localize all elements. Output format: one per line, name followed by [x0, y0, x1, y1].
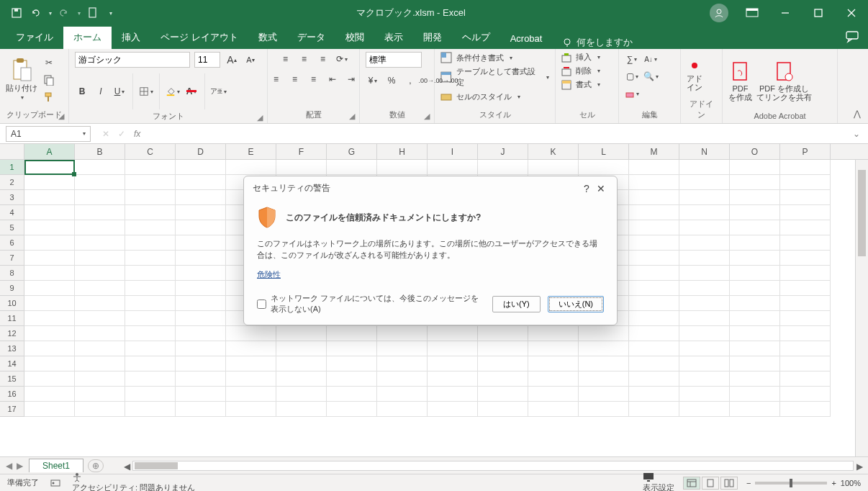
- cell[interactable]: [276, 371, 327, 387]
- cell[interactable]: [679, 235, 730, 251]
- pdf-share-button[interactable]: PDF を作成し てリンクを共有: [756, 61, 812, 102]
- dialog-yes-button[interactable]: はい(Y): [492, 296, 541, 312]
- cell[interactable]: [730, 296, 780, 311]
- cell[interactable]: [176, 205, 226, 220]
- cell[interactable]: [780, 175, 831, 190]
- delete-cells-button[interactable]: 削除▾: [561, 66, 600, 76]
- fill-color-icon[interactable]: ▾: [166, 84, 180, 99]
- expand-formula-bar-icon[interactable]: ⌄: [849, 129, 864, 139]
- pdf-create-button[interactable]: PDF を作成: [728, 61, 752, 102]
- cell[interactable]: [276, 341, 327, 356]
- row-header[interactable]: 6: [0, 235, 24, 251]
- cell[interactable]: [176, 296, 226, 311]
- undo-dropdown-icon[interactable]: ▾: [49, 10, 52, 17]
- vertical-scrollbar[interactable]: [855, 160, 868, 456]
- cell[interactable]: [730, 235, 780, 251]
- cell[interactable]: [125, 235, 176, 251]
- cell[interactable]: [24, 266, 75, 281]
- cell[interactable]: [780, 190, 831, 205]
- cell[interactable]: [327, 402, 377, 417]
- cell[interactable]: [327, 326, 377, 341]
- view-page-break-icon[interactable]: [720, 477, 738, 490]
- cell[interactable]: [780, 387, 831, 402]
- cell[interactable]: [528, 371, 579, 387]
- cell[interactable]: [176, 235, 226, 251]
- view-page-layout-icon[interactable]: [702, 477, 719, 490]
- zoom-out-icon[interactable]: −: [746, 479, 751, 487]
- cell[interactable]: [730, 387, 780, 402]
- tab-data[interactable]: データ: [287, 27, 335, 49]
- minimize-icon[interactable]: [769, 0, 802, 26]
- cell[interactable]: [24, 190, 75, 205]
- cell[interactable]: [75, 326, 125, 341]
- align-top-icon[interactable]: ≡: [279, 52, 293, 66]
- cell[interactable]: [176, 190, 226, 205]
- column-header[interactable]: G: [327, 144, 377, 159]
- close-icon[interactable]: [835, 0, 868, 26]
- cell[interactable]: [478, 326, 528, 341]
- row-header[interactable]: 14: [0, 356, 24, 371]
- orientation-icon[interactable]: ⟳▾: [335, 52, 349, 66]
- font-name-input[interactable]: [75, 52, 190, 68]
- cell[interactable]: [125, 296, 176, 311]
- cell[interactable]: [276, 326, 327, 341]
- cell[interactable]: [176, 266, 226, 281]
- cell[interactable]: [125, 371, 176, 387]
- cell[interactable]: [327, 356, 377, 371]
- align-launcher-icon[interactable]: ◢: [348, 112, 356, 120]
- column-header[interactable]: A: [24, 144, 75, 159]
- cell[interactable]: [629, 190, 679, 205]
- cell[interactable]: [579, 160, 629, 175]
- cell[interactable]: [377, 402, 428, 417]
- indent-decrease-icon[interactable]: ⇤: [325, 72, 340, 86]
- cell[interactable]: [528, 356, 579, 371]
- cell[interactable]: [528, 402, 579, 417]
- ribbon-display-icon[interactable]: [736, 0, 769, 26]
- dialog-no-button[interactable]: いいえ(N): [548, 296, 604, 312]
- tab-view[interactable]: 表示: [374, 27, 413, 49]
- dialog-help-icon[interactable]: ?: [579, 183, 594, 194]
- cell[interactable]: [75, 175, 125, 190]
- cell[interactable]: [579, 402, 629, 417]
- tab-acrobat[interactable]: Acrobat: [500, 29, 553, 49]
- clipboard-launcher-icon[interactable]: ◢: [57, 112, 65, 120]
- cell[interactable]: [176, 356, 226, 371]
- cell[interactable]: [428, 160, 478, 175]
- cell[interactable]: [629, 296, 679, 311]
- cell[interactable]: [780, 311, 831, 326]
- cell[interactable]: [579, 341, 629, 356]
- undo-icon[interactable]: [29, 6, 42, 19]
- row-header[interactable]: 9: [0, 281, 24, 296]
- cell[interactable]: [730, 190, 780, 205]
- cell[interactable]: [24, 402, 75, 417]
- font-color-icon[interactable]: A▾: [184, 84, 199, 99]
- cell[interactable]: [780, 296, 831, 311]
- cell[interactable]: [780, 220, 831, 235]
- row-header[interactable]: 16: [0, 387, 24, 402]
- cell[interactable]: [24, 205, 75, 220]
- cell[interactable]: [24, 251, 75, 266]
- cell[interactable]: [478, 371, 528, 387]
- cell[interactable]: [730, 266, 780, 281]
- cell[interactable]: [780, 251, 831, 266]
- cell[interactable]: [629, 220, 679, 235]
- hscroll-right-icon[interactable]: ▶: [854, 461, 864, 470]
- cell[interactable]: [24, 220, 75, 235]
- cell[interactable]: [125, 175, 176, 190]
- cell[interactable]: [579, 326, 629, 341]
- cell[interactable]: [679, 387, 730, 402]
- column-header[interactable]: I: [428, 144, 478, 159]
- cell[interactable]: [730, 402, 780, 417]
- cell[interactable]: [176, 281, 226, 296]
- cell[interactable]: [428, 341, 478, 356]
- cell[interactable]: [75, 341, 125, 356]
- row-header[interactable]: 13: [0, 341, 24, 356]
- comments-icon[interactable]: [845, 30, 859, 43]
- cell[interactable]: [679, 220, 730, 235]
- cell[interactable]: [75, 311, 125, 326]
- cell[interactable]: [377, 326, 428, 341]
- cell[interactable]: [679, 371, 730, 387]
- align-right-icon[interactable]: ≡: [307, 72, 321, 86]
- macro-record-icon[interactable]: [50, 478, 60, 488]
- cell[interactable]: [327, 160, 377, 175]
